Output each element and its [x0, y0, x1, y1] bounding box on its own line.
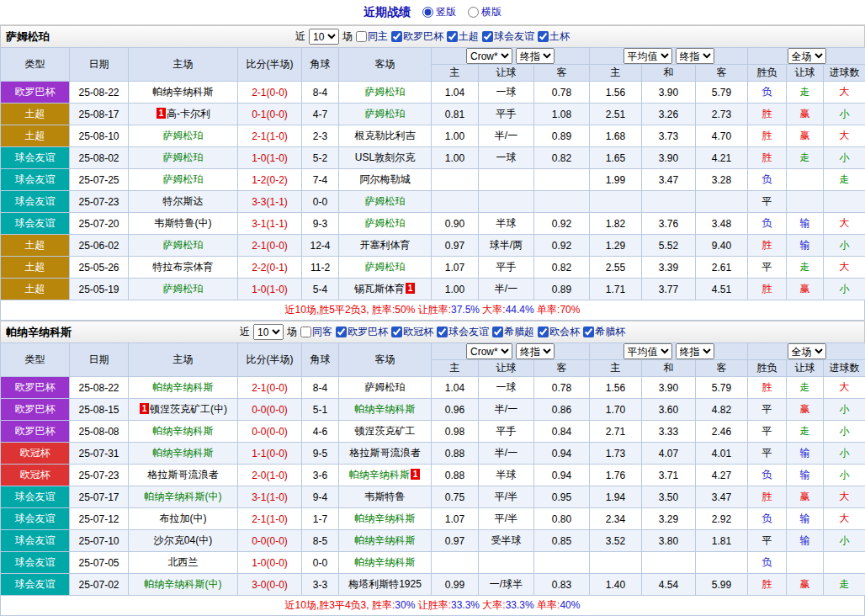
scope-select[interactable]: 全场 [788, 48, 826, 64]
result-outcome: 负 [748, 213, 787, 235]
avg-away: 4.27 [696, 465, 748, 486]
away-team: 萨姆松珀 [339, 213, 432, 235]
match-count-select[interactable]: 10 [309, 29, 339, 45]
avg-type-select[interactable]: 平均值 [624, 343, 672, 359]
team-link: 开塞利体育 [360, 239, 411, 251]
summary-segment: 33.3% [451, 599, 480, 611]
match-score: 0-0(0-0) [238, 530, 302, 552]
avg-draw: 3.76 [642, 213, 696, 235]
away-team: 韦斯特鲁 [339, 486, 432, 508]
col-header-odds-home: 主 [432, 65, 479, 82]
odds-company-select[interactable]: Crow* [466, 48, 512, 64]
away-team: 帕纳辛纳科斯 [339, 508, 432, 530]
league-filter-checkbox-input[interactable] [391, 31, 402, 42]
league-filter-checkbox[interactable]: 欧会杯 [538, 325, 580, 339]
avg-draw: 3.77 [642, 279, 696, 300]
avg-time-select[interactable]: 终指 [676, 343, 714, 359]
match-score: 2-1(1-0) [238, 508, 302, 530]
league-filter-checkbox[interactable]: 希腊超 [492, 325, 534, 339]
same-venue-checkbox-input[interactable] [300, 327, 311, 337]
layout-radio-vertical-label: 竖版 [436, 5, 456, 19]
filter-matches-label: 场 [342, 29, 353, 44]
avg-draw: 3.33 [642, 421, 696, 443]
league-filter-checkbox-input[interactable] [492, 327, 503, 337]
league-filter-checkbox[interactable]: 欧罗巴杯 [336, 325, 388, 339]
page-title: 近期战绩 [364, 5, 411, 20]
team-link: 帕纳辛纳科斯 [355, 556, 416, 568]
league-filter-checkbox-input[interactable] [583, 327, 594, 337]
league-filter-checkbox[interactable]: 土超 [447, 29, 479, 44]
layout-radio-vertical[interactable]: 竖版 [422, 5, 456, 19]
summary: 近10场,胜5平2负3, 胜率:50% 让胜率:37.5% 大率:44.4% 单… [0, 300, 865, 321]
match-type: 欧罗巴杯 [1, 421, 70, 443]
odds-home: 1.00 [432, 147, 479, 169]
league-filter-checkbox[interactable]: 球会友谊 [482, 29, 534, 44]
result-outcome: 胜 [748, 377, 787, 399]
odds-handicap [479, 191, 534, 213]
avg-home [590, 191, 642, 213]
league-filter-checkbox-input[interactable] [482, 31, 493, 42]
same-venue-checkbox[interactable]: 同客 [300, 325, 332, 339]
result-goals: 走 [824, 574, 865, 596]
match-row: 土超25-05-26特拉布宗体育2-2(0-1)11-2萨姆松珀1.07平手0.… [1, 257, 865, 279]
league-filter-checkbox[interactable]: 球会友谊 [437, 325, 489, 339]
match-row: 欧冠杯25-07-31帕纳辛纳科斯1-1(0-0)9-5格拉斯哥流浪者0.88半… [1, 443, 865, 465]
avg-home: 2.51 [590, 104, 642, 125]
league-filter-checkbox-input[interactable] [437, 327, 448, 337]
league-filter-checkbox[interactable]: 欧罗巴杯 [391, 29, 443, 44]
odds-away: 0.94 [534, 465, 590, 486]
home-team: 帕纳辛纳科斯(中) [129, 574, 238, 596]
match-date: 25-07-10 [70, 530, 129, 552]
odds-away: 0.78 [534, 377, 590, 399]
col-header-corner: 角球 [302, 48, 339, 82]
away-team: 格拉斯哥流浪者 [339, 443, 432, 465]
odds-away: 0.82 [534, 257, 590, 279]
result-handicap [787, 169, 824, 191]
result-goals: 小 [824, 104, 865, 125]
league-filter-checkbox[interactable]: 欧冠杯 [391, 325, 433, 339]
home-team: 帕纳辛纳科斯 [129, 377, 238, 399]
layout-radio-horizontal-input[interactable] [468, 7, 479, 18]
layout-radio-horizontal[interactable]: 横版 [468, 5, 501, 19]
filter-matches-label: 场 [287, 325, 297, 339]
match-date: 25-05-19 [70, 279, 129, 300]
odds-home: 0.81 [432, 104, 479, 125]
same-venue-label: 同客 [312, 325, 332, 339]
match-count-select[interactable]: 10 [253, 324, 284, 340]
same-venue-checkbox[interactable]: 同主 [356, 29, 388, 44]
match-type: 球会友谊 [1, 552, 70, 574]
match-date: 25-07-20 [70, 213, 129, 235]
avg-home: 1.40 [590, 574, 642, 596]
odds-time-select[interactable]: 终指 [516, 48, 555, 64]
league-filter-checkbox-input[interactable] [336, 327, 347, 337]
result-handicap: 赢 [787, 486, 824, 508]
away-team: 萨姆松珀 [339, 82, 432, 104]
summary-segment: 大率: [480, 304, 506, 316]
layout-radio-vertical-input[interactable] [422, 7, 433, 18]
odds-home: 0.88 [432, 465, 479, 486]
match-date: 25-08-15 [70, 399, 129, 421]
avg-away: 2.92 [696, 508, 748, 530]
result-handicap: 走 [787, 147, 824, 169]
league-filter-checkbox-input[interactable] [447, 31, 458, 42]
odds-away: 0.85 [534, 530, 590, 552]
avg-draw: 3.39 [642, 257, 696, 279]
league-filter-checkbox-input[interactable] [391, 327, 402, 337]
avg-time-select[interactable]: 终指 [676, 48, 714, 64]
match-date: 25-08-10 [70, 125, 129, 147]
avg-type-select[interactable]: 平均值 [624, 48, 672, 64]
league-filter-checkbox[interactable]: 土杯 [538, 29, 570, 44]
odds-time-select[interactable]: 终指 [516, 343, 555, 359]
league-filter-label: 球会友谊 [448, 325, 489, 339]
match-date: 25-08-02 [70, 147, 129, 169]
league-filter-checkbox-input[interactable] [538, 31, 549, 42]
scope-dropdown-cell: 全场 [748, 343, 865, 360]
scope-select[interactable]: 全场 [788, 343, 826, 359]
league-filter-checkbox-input[interactable] [538, 327, 549, 337]
same-venue-checkbox-input[interactable] [356, 31, 367, 42]
home-team: 布拉加(中) [129, 508, 238, 530]
odds-company-select[interactable]: Crow* [466, 343, 512, 359]
match-date: 25-06-02 [70, 235, 129, 257]
team-link: 萨姆松珀 [163, 283, 204, 295]
league-filter-checkbox[interactable]: 希腊杯 [583, 325, 625, 339]
